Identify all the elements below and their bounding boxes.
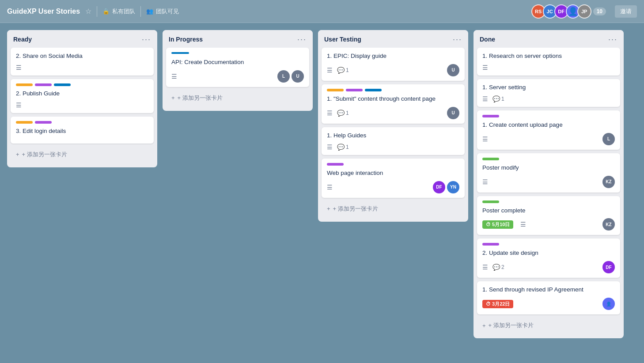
team-info: 👥 团队可见 (146, 8, 179, 15)
card-update-site[interactable]: 2. Update site design ☰ 💬 2 DF (477, 238, 620, 278)
avatar-u: U (292, 70, 304, 83)
star-icon[interactable]: ☆ (85, 7, 91, 15)
card-poster-modify-icons: ☰ (482, 178, 488, 185)
card-edit-login-title: 3. Edit login details (16, 127, 148, 136)
avatar-l: L (277, 70, 290, 83)
card-help-icons: ☰ 💬 1 (327, 144, 349, 151)
add-icon-ready: + (16, 151, 19, 158)
comment-icon4: 💬 1 (492, 95, 504, 102)
card-poster-complete-title: Poster complete (482, 207, 615, 215)
date-badge-mar: ⏱ 3月22日 (482, 300, 513, 308)
card-update-site-tags (482, 243, 615, 246)
description-icon6: ☰ (327, 144, 333, 151)
add-card-usertesting[interactable]: + + 添加另一张卡片 (322, 201, 465, 216)
description-icon9: ☰ (482, 95, 488, 102)
tag-purple4 (327, 163, 344, 166)
privacy-label: 私有团队 (112, 8, 135, 15)
add-icon-usertesting: + (327, 205, 330, 212)
description-icon11: ☰ (482, 178, 488, 185)
add-card-ready[interactable]: + + 添加另一张卡片 (11, 147, 154, 162)
comment-icon1: 💬 1 (337, 67, 349, 74)
tag-purple6 (482, 243, 499, 246)
description-icon8: ☰ (482, 64, 488, 71)
header: GuideXP User Stories ☆ 🔒 私有团队 👥 团队可见 RS … (0, 0, 644, 23)
column-inprogress-menu[interactable]: ··· (297, 35, 307, 43)
card-epic-avatars: U (447, 64, 459, 76)
column-done-menu[interactable]: ··· (608, 35, 617, 43)
comment-icon2: 💬 1 (337, 110, 349, 117)
column-done-title: Done (480, 36, 495, 43)
card-publish-guide-title: 2. Publish Guide (16, 90, 148, 98)
avatar-jp[interactable]: JP (577, 4, 591, 19)
card-update-site-avatars: DF (602, 261, 615, 273)
card-ip-agreement[interactable]: 1. Send through revised IP Agreement ⏱ 3… (477, 281, 620, 314)
card-poster-complete[interactable]: Poster complete ⏱ 5月10日 ☰ KZ (477, 196, 620, 235)
card-epic-display[interactable]: 1. EPIC: Display guide ☰ 💬 1 U (322, 48, 465, 81)
add-icon-done: + (482, 322, 486, 329)
card-poster-complete-tags (482, 200, 615, 203)
card-share-social[interactable]: 2. Share on Social Media ☰ (11, 48, 154, 76)
column-inprogress-body: API: Create Documentation ☰ L U + + 添加另一… (163, 48, 313, 111)
card-create-content-tags (482, 115, 615, 117)
card-publish-guide-icons: ☰ (16, 102, 22, 109)
column-ready: Ready ··· 2. Share on Social Media ☰ (7, 30, 157, 167)
card-create-content-footer: ☰ L (482, 133, 615, 145)
column-usertesting-body: 1. EPIC: Display guide ☰ 💬 1 U (318, 48, 468, 222)
tag-purple (35, 83, 52, 86)
card-create-content-icons: ☰ (482, 136, 488, 143)
card-submit-content-title: 1. "Submit" content through content page (327, 95, 459, 103)
add-card-done[interactable]: + + 添加另一张卡片 (477, 318, 620, 333)
card-research-server-footer: ☰ (482, 64, 615, 71)
avatar-yn: YN (447, 181, 459, 193)
card-help-guides-title: 1. Help Guides (327, 132, 459, 140)
card-api-docs-footer: ☰ L U (171, 70, 304, 83)
description-icon2: ☰ (16, 102, 22, 109)
card-poster-complete-avatars: KZ (602, 218, 615, 231)
card-webpage-interaction[interactable]: Web page interaction ☰ DF YN (322, 159, 465, 198)
add-card-inprogress[interactable]: + + 添加另一张卡片 (166, 91, 309, 106)
board: Ready ··· 2. Share on Social Media ☰ (0, 23, 644, 363)
progress-bar (171, 52, 189, 54)
tag-orange (16, 83, 33, 86)
avatar-kz2: KZ (602, 218, 615, 231)
card-help-guides[interactable]: 1. Help Guides ☰ 💬 1 (322, 127, 465, 155)
card-epic-display-footer: ☰ 💬 1 U (327, 64, 459, 76)
column-usertesting-menu[interactable]: ··· (453, 35, 462, 43)
card-server-setting[interactable]: 1. Server setting ☰ 💬 1 (477, 79, 620, 107)
description-icon10: ☰ (482, 136, 488, 143)
description-icon12: ☰ (520, 221, 526, 228)
card-update-site-footer: ☰ 💬 2 DF (482, 261, 615, 273)
card-submit-content[interactable]: 1. "Submit" content through content page… (322, 84, 465, 124)
card-publish-guide[interactable]: 2. Publish Guide ☰ (11, 79, 154, 113)
card-create-content-upload[interactable]: 1. Create content upload page ☰ L (477, 110, 620, 150)
card-research-server[interactable]: 1. Research on server options ☰ (477, 48, 620, 76)
team-icon: 👥 (146, 8, 153, 15)
card-create-content-title: 1. Create content upload page (482, 121, 615, 129)
avatar-l2: L (602, 133, 615, 145)
card-poster-modify-title: Poster modify (482, 164, 615, 172)
description-icon7: ☰ (327, 184, 333, 191)
card-api-docs[interactable]: API: Create Documentation ☰ L U (166, 48, 309, 87)
card-share-social-icons: ☰ (16, 64, 22, 71)
add-label-inprogress: + 添加另一张卡片 (178, 94, 223, 102)
member-count-badge: 10 (593, 8, 606, 15)
card-update-site-title: 2. Update site design (482, 249, 615, 257)
avatar-u2: U (447, 64, 459, 76)
column-usertesting-header: User Testing ··· (318, 30, 468, 48)
card-poster-modify[interactable]: Poster modify ☰ KZ (477, 153, 620, 193)
card-epic-display-title: 1. EPIC: Display guide (327, 52, 459, 60)
card-edit-login[interactable]: 3. Edit login details (11, 117, 154, 144)
column-ready-menu[interactable]: ··· (142, 35, 151, 43)
add-label-done: + 添加另一张卡片 (489, 321, 534, 329)
avatar-kz: KZ (602, 176, 615, 188)
card-create-content-avatars: L (602, 133, 615, 145)
invite-button[interactable]: 邀请 (615, 5, 637, 18)
card-webpage-avatars: DF YN (433, 181, 459, 193)
card-research-server-title: 1. Research on server options (482, 52, 615, 60)
tag-orange3 (327, 89, 344, 91)
card-server-setting-footer: ☰ 💬 1 (482, 95, 615, 102)
card-publish-guide-tags (16, 83, 148, 86)
tag-green2 (482, 200, 499, 203)
card-server-icons: ☰ 💬 1 (482, 95, 504, 102)
divider2 (140, 6, 141, 17)
